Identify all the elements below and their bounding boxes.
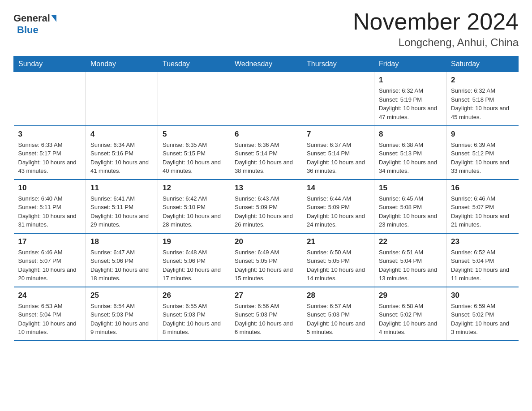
day-info: Sunrise: 6:51 AM Sunset: 5:04 PM Dayligh…: [379, 248, 442, 283]
calendar-cell: 11Sunrise: 6:41 AM Sunset: 5:11 PM Dayli…: [86, 180, 158, 233]
day-number: 1: [379, 76, 442, 85]
calendar-cell: 17Sunrise: 6:46 AM Sunset: 5:07 PM Dayli…: [14, 233, 86, 287]
day-number: 25: [90, 291, 153, 300]
weekday-header-row: Sunday Monday Tuesday Wednesday Thursday…: [14, 56, 519, 72]
calendar-cell: 6Sunrise: 6:36 AM Sunset: 5:14 PM Daylig…: [230, 126, 302, 180]
header-thursday: Thursday: [302, 56, 374, 72]
calendar-table: Sunday Monday Tuesday Wednesday Thursday…: [13, 56, 519, 341]
day-number: 28: [307, 291, 369, 300]
calendar-cell: 21Sunrise: 6:50 AM Sunset: 5:05 PM Dayli…: [302, 233, 374, 287]
day-number: 10: [18, 184, 82, 193]
calendar-cell: [14, 72, 86, 126]
day-info: Sunrise: 6:56 AM Sunset: 5:03 PM Dayligh…: [235, 302, 297, 337]
day-info: Sunrise: 6:47 AM Sunset: 5:06 PM Dayligh…: [90, 248, 153, 283]
calendar-week-row: 3Sunrise: 6:33 AM Sunset: 5:17 PM Daylig…: [14, 126, 519, 180]
calendar-cell: 12Sunrise: 6:42 AM Sunset: 5:10 PM Dayli…: [158, 180, 230, 233]
day-info: Sunrise: 6:39 AM Sunset: 5:12 PM Dayligh…: [451, 141, 514, 176]
calendar-cell: 1Sunrise: 6:32 AM Sunset: 5:19 PM Daylig…: [374, 72, 446, 126]
day-number: 3: [18, 130, 82, 139]
day-number: 8: [379, 130, 442, 139]
day-info: Sunrise: 6:43 AM Sunset: 5:09 PM Dayligh…: [235, 194, 297, 229]
day-info: Sunrise: 6:44 AM Sunset: 5:09 PM Dayligh…: [307, 194, 369, 229]
day-number: 30: [451, 291, 514, 300]
calendar-cell: 24Sunrise: 6:53 AM Sunset: 5:04 PM Dayli…: [14, 287, 86, 341]
logo-blue-text: Blue: [17, 24, 39, 36]
day-number: 15: [379, 184, 442, 193]
calendar-cell: 14Sunrise: 6:44 AM Sunset: 5:09 PM Dayli…: [302, 180, 374, 233]
day-number: 21: [307, 237, 369, 246]
calendar-cell: 23Sunrise: 6:52 AM Sunset: 5:04 PM Dayli…: [446, 233, 519, 287]
calendar-cell: 25Sunrise: 6:54 AM Sunset: 5:03 PM Dayli…: [86, 287, 158, 341]
day-info: Sunrise: 6:53 AM Sunset: 5:04 PM Dayligh…: [18, 302, 82, 337]
logo-arrow-icon: [51, 15, 56, 22]
day-number: 11: [90, 184, 153, 193]
day-info: Sunrise: 6:59 AM Sunset: 5:02 PM Dayligh…: [451, 302, 514, 337]
calendar-week-row: 17Sunrise: 6:46 AM Sunset: 5:07 PM Dayli…: [14, 233, 519, 287]
day-info: Sunrise: 6:46 AM Sunset: 5:07 PM Dayligh…: [451, 194, 514, 229]
day-info: Sunrise: 6:32 AM Sunset: 5:19 PM Dayligh…: [379, 86, 442, 121]
day-number: 13: [235, 184, 297, 193]
day-info: Sunrise: 6:42 AM Sunset: 5:10 PM Dayligh…: [163, 194, 225, 229]
calendar-cell: 9Sunrise: 6:39 AM Sunset: 5:12 PM Daylig…: [446, 126, 519, 180]
day-info: Sunrise: 6:33 AM Sunset: 5:17 PM Dayligh…: [18, 141, 82, 176]
calendar-week-row: 10Sunrise: 6:40 AM Sunset: 5:11 PM Dayli…: [14, 180, 519, 233]
calendar-cell: 4Sunrise: 6:34 AM Sunset: 5:16 PM Daylig…: [86, 126, 158, 180]
calendar-cell: 5Sunrise: 6:35 AM Sunset: 5:15 PM Daylig…: [158, 126, 230, 180]
day-number: 24: [18, 291, 82, 300]
calendar-cell: 13Sunrise: 6:43 AM Sunset: 5:09 PM Dayli…: [230, 180, 302, 233]
day-info: Sunrise: 6:54 AM Sunset: 5:03 PM Dayligh…: [90, 302, 153, 337]
calendar-cell: 27Sunrise: 6:56 AM Sunset: 5:03 PM Dayli…: [230, 287, 302, 341]
day-info: Sunrise: 6:58 AM Sunset: 5:02 PM Dayligh…: [379, 302, 442, 337]
calendar-cell: 26Sunrise: 6:55 AM Sunset: 5:03 PM Dayli…: [158, 287, 230, 341]
day-info: Sunrise: 6:36 AM Sunset: 5:14 PM Dayligh…: [235, 141, 297, 176]
day-number: 4: [90, 130, 153, 139]
logo-text: General: [13, 13, 56, 24]
day-number: 14: [307, 184, 369, 193]
calendar-cell: 2Sunrise: 6:32 AM Sunset: 5:18 PM Daylig…: [446, 72, 519, 126]
day-info: Sunrise: 6:52 AM Sunset: 5:04 PM Dayligh…: [451, 248, 514, 283]
day-info: Sunrise: 6:34 AM Sunset: 5:16 PM Dayligh…: [90, 141, 153, 176]
logo-general-text: General: [13, 13, 50, 24]
day-info: Sunrise: 6:37 AM Sunset: 5:14 PM Dayligh…: [307, 141, 369, 176]
day-info: Sunrise: 6:45 AM Sunset: 5:08 PM Dayligh…: [379, 194, 442, 229]
day-info: Sunrise: 6:57 AM Sunset: 5:03 PM Dayligh…: [307, 302, 369, 337]
day-number: 20: [235, 237, 297, 246]
calendar-cell: 16Sunrise: 6:46 AM Sunset: 5:07 PM Dayli…: [446, 180, 519, 233]
day-info: Sunrise: 6:32 AM Sunset: 5:18 PM Dayligh…: [451, 86, 514, 121]
day-number: 12: [163, 184, 225, 193]
day-info: Sunrise: 6:46 AM Sunset: 5:07 PM Dayligh…: [18, 248, 82, 283]
calendar-cell: 3Sunrise: 6:33 AM Sunset: 5:17 PM Daylig…: [14, 126, 86, 180]
page-header: General Blue November 2024 Longcheng, An…: [13, 9, 519, 49]
calendar-cell: [230, 72, 302, 126]
day-info: Sunrise: 6:55 AM Sunset: 5:03 PM Dayligh…: [163, 302, 225, 337]
header-friday: Friday: [374, 56, 446, 72]
calendar-cell: 22Sunrise: 6:51 AM Sunset: 5:04 PM Dayli…: [374, 233, 446, 287]
calendar-cell: 18Sunrise: 6:47 AM Sunset: 5:06 PM Dayli…: [86, 233, 158, 287]
header-sunday: Sunday: [14, 56, 86, 72]
day-number: 7: [307, 130, 369, 139]
calendar-cell: 10Sunrise: 6:40 AM Sunset: 5:11 PM Dayli…: [14, 180, 86, 233]
calendar-cell: 20Sunrise: 6:49 AM Sunset: 5:05 PM Dayli…: [230, 233, 302, 287]
header-monday: Monday: [86, 56, 158, 72]
calendar-cell: 28Sunrise: 6:57 AM Sunset: 5:03 PM Dayli…: [302, 287, 374, 341]
day-number: 16: [451, 184, 514, 193]
day-number: 23: [451, 237, 514, 246]
calendar-week-row: 24Sunrise: 6:53 AM Sunset: 5:04 PM Dayli…: [14, 287, 519, 341]
day-info: Sunrise: 6:49 AM Sunset: 5:05 PM Dayligh…: [235, 248, 297, 283]
header-tuesday: Tuesday: [158, 56, 230, 72]
day-number: 17: [18, 237, 82, 246]
calendar-cell: 29Sunrise: 6:58 AM Sunset: 5:02 PM Dayli…: [374, 287, 446, 341]
day-number: 2: [451, 76, 514, 85]
calendar-week-row: 1Sunrise: 6:32 AM Sunset: 5:19 PM Daylig…: [14, 72, 519, 126]
calendar-cell: 15Sunrise: 6:45 AM Sunset: 5:08 PM Dayli…: [374, 180, 446, 233]
day-number: 19: [163, 237, 225, 246]
calendar-cell: [302, 72, 374, 126]
title-block: November 2024 Longcheng, Anhui, China: [353, 9, 519, 49]
day-number: 22: [379, 237, 442, 246]
day-info: Sunrise: 6:38 AM Sunset: 5:13 PM Dayligh…: [379, 141, 442, 176]
day-info: Sunrise: 6:48 AM Sunset: 5:06 PM Dayligh…: [163, 248, 225, 283]
calendar-cell: 7Sunrise: 6:37 AM Sunset: 5:14 PM Daylig…: [302, 126, 374, 180]
calendar-cell: 30Sunrise: 6:59 AM Sunset: 5:02 PM Dayli…: [446, 287, 519, 341]
day-number: 9: [451, 130, 514, 139]
calendar-body: 1Sunrise: 6:32 AM Sunset: 5:19 PM Daylig…: [14, 72, 519, 341]
